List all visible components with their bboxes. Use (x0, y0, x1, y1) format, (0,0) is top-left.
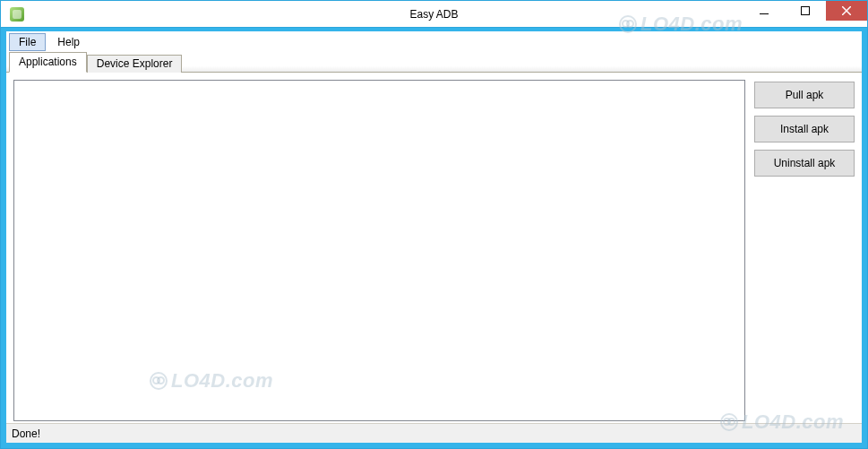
menubar: File Help (6, 31, 862, 53)
pull-apk-button[interactable]: Pull apk (754, 82, 855, 108)
statusbar: Done! (6, 423, 862, 443)
install-apk-button[interactable]: Install apk (754, 116, 855, 142)
status-text: Done! (12, 427, 40, 440)
tabbar: Applications Device Explorer (6, 53, 862, 73)
window: Easy ADB File Help Applications Device E… (0, 0, 868, 449)
menu-help[interactable]: Help (47, 33, 90, 51)
close-icon (842, 6, 851, 15)
tab-applications[interactable]: Applications (9, 52, 87, 73)
client-area: File Help Applications Device Explorer P… (1, 28, 867, 448)
maximize-button[interactable] (785, 1, 826, 21)
window-controls (743, 1, 867, 27)
window-title: Easy ADB (409, 8, 458, 21)
titlebar[interactable]: Easy ADB (1, 1, 867, 28)
menu-file[interactable]: File (9, 33, 46, 51)
applications-list[interactable] (13, 80, 745, 421)
minimize-button[interactable] (743, 1, 785, 21)
tab-device-explorer[interactable]: Device Explorer (87, 55, 183, 73)
app-icon (10, 7, 24, 22)
uninstall-apk-button[interactable]: Uninstall apk (754, 150, 855, 177)
content-area: Pull apk Install apk Uninstall apk (6, 73, 862, 423)
close-button[interactable] (826, 1, 867, 21)
action-sidebar: Pull apk Install apk Uninstall apk (754, 80, 855, 421)
